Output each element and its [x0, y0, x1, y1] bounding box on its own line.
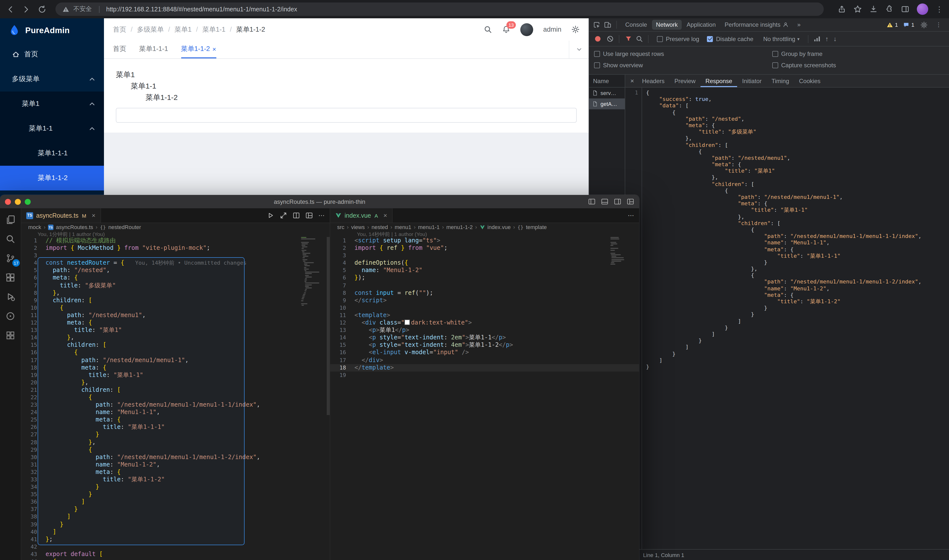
detail-tab-cookies[interactable]: Cookies — [794, 75, 826, 87]
detail-tab-headers[interactable]: Headers — [637, 75, 670, 87]
breadcrumb-item[interactable]: template — [526, 224, 547, 230]
breadcrumb-item[interactable]: 菜单1 — [174, 25, 191, 34]
more-actions-icon[interactable]: ⋯ — [628, 212, 634, 219]
scrollbar-left[interactable] — [327, 237, 330, 415]
breadcrumb-item[interactable]: 菜单1-1-2 — [236, 25, 265, 34]
breadcrumb-item[interactable]: 首页 — [113, 25, 126, 34]
clear-button[interactable] — [605, 34, 614, 43]
bookmark-star-icon[interactable] — [853, 5, 862, 13]
username[interactable]: admin — [543, 26, 562, 33]
forward-icon[interactable] — [22, 5, 31, 14]
tab-asyncroutes[interactable]: TS asyncRoutes.ts M × — [21, 208, 101, 223]
code-editor-right[interactable]: 1<script setup lang="ts">2import { ref }… — [330, 237, 639, 379]
run-file-icon[interactable] — [267, 212, 274, 219]
code-editor-left[interactable]: 1// 模拟后端动态生成路由2import { MockMethod } fro… — [21, 237, 330, 560]
editor-layout-icon[interactable] — [306, 212, 313, 219]
checkbox-disable-cache[interactable]: Disable cache — [707, 35, 753, 42]
testing-icon[interactable] — [3, 309, 18, 323]
breadcrumb-item[interactable]: nested — [372, 224, 388, 230]
toggle-secondary-sidebar-icon[interactable] — [614, 198, 621, 205]
name-column-header[interactable]: Name — [589, 75, 625, 88]
devtools-tab-network[interactable]: Network — [652, 20, 682, 30]
detail-tab-response[interactable]: Response — [701, 75, 737, 87]
toggle-primary-sidebar-icon[interactable] — [588, 198, 596, 205]
detail-tab-initiator[interactable]: Initiator — [737, 75, 767, 87]
import-har-icon[interactable]: ↑ — [824, 35, 830, 43]
downloads-icon[interactable] — [869, 5, 878, 13]
sidebar-item-3[interactable]: 菜单1 — [0, 92, 104, 116]
side-panel-icon[interactable] — [901, 5, 909, 13]
extensions-icon[interactable] — [3, 270, 18, 285]
breadcrumb-item[interactable]: views — [351, 224, 365, 230]
app-logo[interactable]: PureAdmin — [0, 18, 104, 42]
settings-gear-icon[interactable] — [571, 25, 580, 34]
warnings-counter[interactable]: 1 — [887, 22, 898, 28]
detail-tab-timing[interactable]: Timing — [767, 75, 794, 87]
browser-menu-icon[interactable]: ⋮ — [936, 5, 943, 13]
security-label[interactable]: 不安全 — [73, 5, 92, 13]
reload-icon[interactable] — [38, 5, 46, 14]
customize-layout-icon[interactable] — [627, 198, 634, 205]
share-icon[interactable] — [838, 5, 846, 13]
breadcrumb-item[interactable]: src — [337, 224, 344, 230]
breadcrumb-item[interactable]: mock — [28, 224, 41, 230]
sidebar-item-4[interactable]: 菜单1-1 — [0, 116, 104, 141]
open-changes-icon[interactable] — [280, 212, 287, 219]
close-tab-icon[interactable]: × — [383, 212, 387, 219]
minimap-right[interactable] — [610, 237, 635, 560]
back-icon[interactable] — [6, 5, 15, 14]
response-code[interactable]: { "success": true, "data": [ { "path": "… — [642, 88, 949, 549]
issues-counter[interactable]: 1 — [903, 22, 914, 28]
sidebar-item-1[interactable]: 首页 — [0, 42, 104, 67]
explorer-icon[interactable] — [3, 212, 18, 227]
source-control-icon[interactable]: 17 — [3, 251, 18, 266]
breadcrumb-item[interactable]: nestedRouter — [108, 224, 141, 230]
breadcrumb-item[interactable]: 菜单1-1 — [202, 25, 225, 34]
devtools-tab-console[interactable]: Console — [621, 20, 651, 30]
request-row[interactable]: serv… — [589, 88, 625, 98]
run-debug-icon[interactable] — [3, 289, 18, 304]
minimap-left[interactable] — [301, 237, 326, 560]
address-bar[interactable]: 不安全 http://192.168.2.121:8848/#/nested/m… — [56, 3, 824, 16]
breadcrumb-item[interactable]: menu1 — [395, 224, 411, 230]
checkbox-use-large-request-rows[interactable]: Use large request rows — [594, 50, 664, 57]
extensions-puzzle-icon[interactable] — [885, 5, 893, 13]
more-actions-icon[interactable]: ⋯ — [318, 212, 325, 219]
request-row[interactable]: getA… — [589, 98, 625, 109]
filter-button[interactable] — [624, 34, 633, 43]
inspect-element-icon[interactable] — [592, 20, 601, 29]
close-tab-icon[interactable]: × — [92, 212, 95, 219]
breadcrumb-item[interactable]: menu1-1 — [418, 224, 440, 230]
breadcrumb-item[interactable]: asyncRoutes.ts — [56, 224, 93, 230]
checkbox-capture-screenshots[interactable]: Capture screenshots — [772, 62, 836, 69]
checkbox-show-overview[interactable]: Show overview — [594, 62, 643, 69]
tabs-menu-button[interactable] — [569, 40, 589, 58]
sidebar-item-5[interactable]: 菜单1-1-1 — [0, 141, 104, 166]
vscode-title-bar[interactable]: asyncRoutes.ts — pure-admin-thin — [0, 195, 639, 208]
url-text[interactable]: http://192.168.2.121:8848/#/nested/menu1… — [106, 6, 297, 12]
sidebar-item-2[interactable]: 多级菜单 — [0, 67, 104, 92]
close-detail-icon[interactable]: × — [627, 77, 637, 85]
checkbox-preserve-log[interactable]: Preserve log — [657, 35, 699, 42]
tab-indexvue[interactable]: index.vue A × — [330, 208, 393, 223]
sidebar-item-6[interactable]: 菜单1-1-2 — [0, 166, 104, 191]
breadcrumb-item[interactable]: menu1-1-2 — [446, 224, 472, 230]
devtools-settings-icon[interactable] — [919, 20, 928, 29]
tab-首页[interactable]: 首页 — [113, 40, 126, 58]
split-editor-icon[interactable] — [293, 212, 300, 219]
close-icon[interactable]: × — [212, 46, 216, 52]
tab-菜单1-1-1[interactable]: 菜单1-1-1 — [139, 40, 168, 58]
breadcrumb-item[interactable]: index.vue — [488, 224, 511, 230]
more-tabs-icon[interactable]: » — [795, 21, 803, 28]
search-icon[interactable] — [484, 25, 492, 34]
devtools-kebab-icon[interactable]: ⋮ — [933, 21, 944, 28]
notification-bell[interactable]: 13 — [502, 25, 511, 34]
page-input[interactable] — [116, 108, 577, 123]
detail-tab-preview[interactable]: Preview — [670, 75, 701, 87]
breadcrumb-item[interactable]: 多级菜单 — [137, 25, 164, 34]
devtools-tab-application[interactable]: Application — [683, 20, 719, 30]
remote-explorer-icon[interactable] — [3, 328, 18, 343]
user-avatar[interactable] — [520, 23, 533, 36]
browser-profile-avatar[interactable] — [917, 3, 928, 15]
toggle-panel-icon[interactable] — [601, 198, 608, 205]
